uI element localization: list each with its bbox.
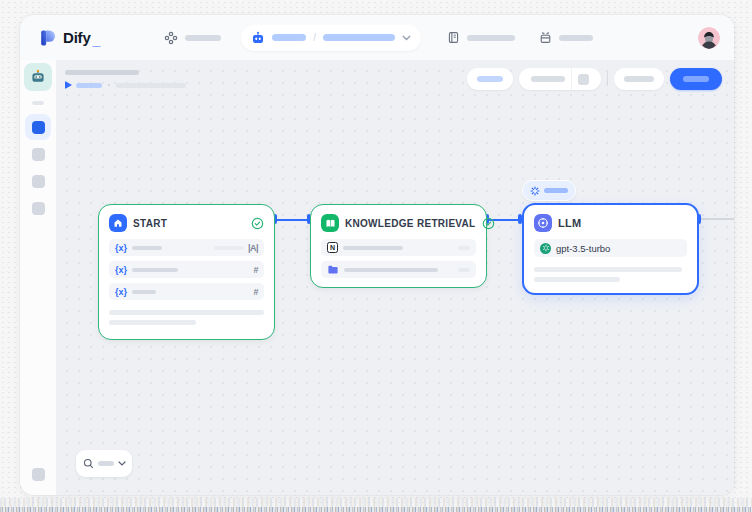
openai-icon [540,243,551,254]
flower-icon [164,31,178,45]
workspace-name-placeholder [185,35,221,41]
gift-box-icon [539,31,552,44]
variable-row: {x} # [109,283,264,300]
node-title: LLM [558,217,582,229]
edge-start-to-kr [277,219,310,221]
description-placeholder [109,320,196,325]
llm-running-badge [522,180,576,201]
edge-llm-out [701,218,734,220]
publish-button[interactable] [670,68,722,90]
book-open-icon [321,214,339,232]
active-item-icon [32,121,45,134]
left-sidebar [20,60,56,495]
toolbar-icon-button[interactable] [578,74,589,85]
toolbar-button-features[interactable] [467,68,513,90]
dify-logo[interactable]: Dify _ [38,28,100,48]
sidebar-item[interactable] [32,202,45,215]
sidebar-item[interactable] [32,148,45,161]
home-icon [109,214,127,232]
run-meta-placeholder [116,83,186,88]
book-icon [447,31,460,44]
variable-icon: {x} [115,243,127,253]
docs-link[interactable] [447,31,515,44]
description-placeholder [109,310,264,315]
logo-text: Dify [63,29,91,46]
toolbar-divider [607,72,608,86]
variable-row: {x} # [109,261,264,278]
spinner-icon [530,186,540,196]
robot-app-icon[interactable] [24,63,52,91]
app-window: Dify _ / [20,15,734,495]
workspace-switcher[interactable] [164,31,221,45]
model-selector[interactable]: gpt-3.5-turbo [534,239,687,257]
app-name-placeholder [272,34,306,41]
updates-label-placeholder [559,35,593,41]
play-icon [65,81,72,89]
variable-icon: {x} [115,265,127,275]
run-label-placeholder [76,83,102,88]
toolbar-button-group[interactable] [519,68,601,90]
user-avatar[interactable] [698,27,720,49]
background-noise [0,507,752,512]
chevron-down-icon[interactable] [118,461,126,466]
number-type-icon: # [253,287,258,297]
chevron-down-icon[interactable] [402,35,411,41]
background-noise [0,498,752,507]
docs-label-placeholder [467,35,515,41]
description-placeholder [534,267,682,272]
node-title: START [133,218,167,229]
app-switcher[interactable]: / [241,25,421,51]
running-label-placeholder [544,188,568,193]
sidebar-item[interactable] [32,175,45,188]
sidebar-divider [32,101,44,105]
workflow-title-placeholder [65,70,139,75]
workflow-canvas[interactable]: START {x} |A| [56,60,734,495]
description-placeholder [534,277,620,282]
robot-icon [251,31,265,45]
breadcrumb-separator: / [313,32,316,43]
string-type-icon: |A| [248,243,258,253]
folder-icon [327,264,339,276]
dot-separator [108,84,110,86]
run-status-row [65,80,186,90]
node-start[interactable]: START {x} |A| [98,204,275,340]
canvas-toolbar [467,68,722,90]
node-title: KNOWLEDGE RETRIEVAL [345,218,476,229]
notion-icon: N [327,242,338,253]
model-name: gpt-3.5-turbo [556,243,610,254]
check-circle-icon [251,217,264,230]
top-header: Dify _ / [20,15,734,60]
node-knowledge-retrieval[interactable]: KNOWLEDGE RETRIEVAL N [310,204,487,288]
zoom-value-placeholder [98,461,114,466]
sidebar-item-active[interactable] [25,114,51,140]
workflow-name-placeholder [323,34,395,41]
knowledge-source-row: N [321,239,476,256]
knowledge-source-row [321,261,476,278]
dify-logo-icon [38,28,58,48]
toolbar-button-run[interactable] [614,68,664,90]
logo-cursor: _ [93,32,101,48]
variable-row: {x} |A| [109,239,264,256]
sidebar-item-settings[interactable] [32,468,45,481]
variable-icon: {x} [115,287,127,297]
magnifier-icon [83,458,94,469]
zoom-control[interactable] [76,450,132,477]
updates-link[interactable] [539,31,593,44]
cpu-circle-icon [534,214,552,232]
check-circle-icon [482,217,495,230]
node-llm[interactable]: LLM gpt-3.5-turbo [522,203,699,295]
toolbar-seam [571,68,572,90]
number-type-icon: # [253,265,258,275]
